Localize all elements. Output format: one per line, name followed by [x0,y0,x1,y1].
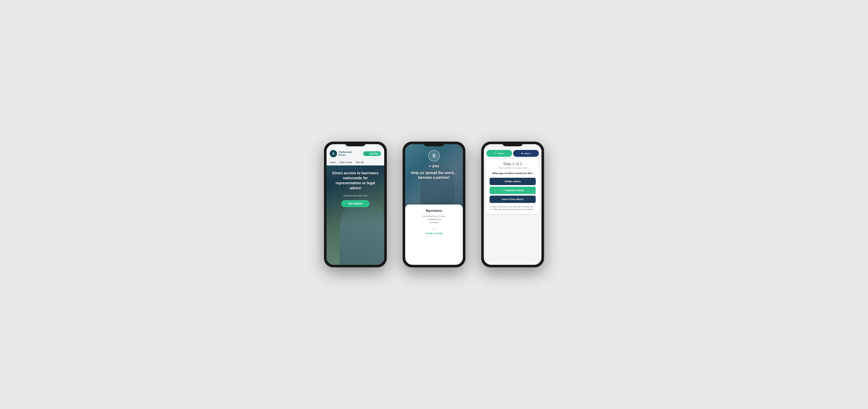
card-title: Barristers [410,209,458,213]
telephone-advice-button[interactable]: ✓ Telephone advice [490,187,536,194]
phone2-headline: Help us spread the word… become a partne… [405,170,463,180]
notch-1 [345,142,366,146]
phone1-header: S Clerksroom Direct 📞 Call free [327,144,384,159]
notch-2 [424,142,444,146]
phone-3: ✓ Step 1 Step 2 Step 2 of 2 Please provi… [481,142,544,267]
phone2-card: Barristers Get started now. It's fast, c… [405,204,463,265]
phone-3-inner: ✓ Step 1 Step 2 Step 2 of 2 Please provi… [484,144,541,265]
step2-dot-icon [522,153,523,154]
nav-open-case[interactable]: Open a case [339,161,352,164]
phone2-logo: S [428,150,440,162]
advice-question: What type of advice would you like? [490,172,536,175]
nav-home[interactable]: Home [330,161,336,164]
create-profile-section: ✓ Create a profile [410,227,458,235]
written-advice-button[interactable]: Written advice [490,178,536,185]
step-1-pill: ✓ Step 1 [487,150,512,157]
logo-text: Clerksroom Direct [339,151,352,156]
step-subtitle: Please provide some case details [490,167,536,169]
hero-content: Direct access to barristers nationwide f… [327,166,384,212]
step-title: Step 2 of 2 [490,162,536,166]
phone-1: S Clerksroom Direct 📞 Call free Home [324,142,387,267]
step-2-pill: Step 2 [513,150,539,157]
notch-3 [502,142,523,146]
plus-you-text: + you [429,164,439,168]
phone-2-inner: S + you Help us spread the word… become … [405,144,463,265]
call-free-button[interactable]: 📞 Call free [363,151,381,156]
phone3-content: ✓ Step 1 Step 2 Step 2 of 2 Please provi… [484,144,541,265]
get-started-button[interactable]: Get started [341,200,370,207]
logo-icon: S [330,150,337,157]
phones-container: S Clerksroom Direct 📞 Call free Home [324,142,544,267]
phone2-content: S + you Help us spread the word… become … [405,144,463,265]
phone2-header: S + you [405,150,463,168]
footer-helper-text: To help us match you to the right type o… [490,206,536,211]
step1-check-icon: ✓ [494,152,496,155]
face-to-face-advice-button[interactable]: Face to face advice [490,196,536,203]
phone1-content: S Clerksroom Direct 📞 Call free Home [327,144,384,265]
nav-more[interactable]: More [355,161,364,164]
phone-2: S + you Help us spread the word… become … [403,142,465,267]
hamburger-icon [362,162,364,163]
selected-check-icon: ✓ [501,189,503,192]
phone-1-inner: S Clerksroom Direct 📞 Call free Home [327,144,384,265]
step-bar: ✓ Step 1 Step 2 [484,144,541,159]
create-profile-link[interactable]: Create a profile [425,232,443,235]
phone-icon: 📞 [366,152,369,155]
hero-title: Direct access to barristers nationwide f… [330,171,380,191]
hero-tagline: Get your free quote now [330,194,380,197]
logo: S Clerksroom Direct [330,150,352,157]
card-description: Get started now. It's fast, completely f… [410,215,458,224]
checkmark-icon: ✓ [432,227,436,231]
phone3-main-card: Step 2 of 2 Please provide some case det… [486,159,539,214]
navigation-bar: Home Open a case More [327,159,384,166]
